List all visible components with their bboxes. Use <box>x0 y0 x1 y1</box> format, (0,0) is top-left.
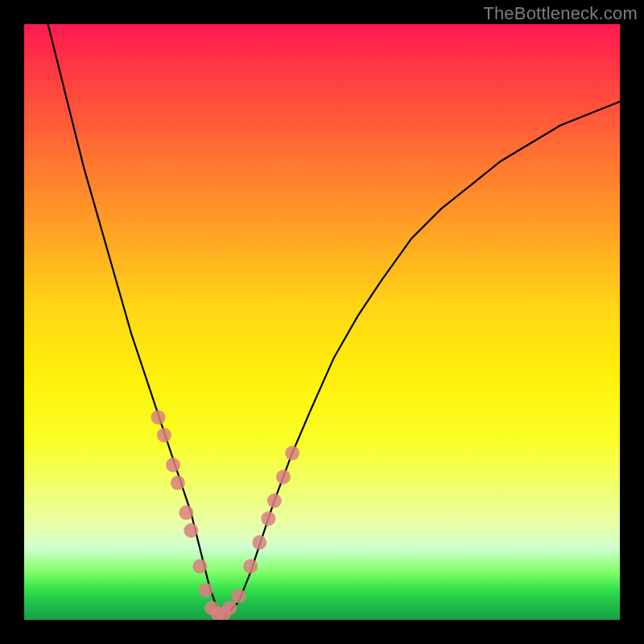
marker-dot <box>166 458 180 473</box>
marker-dot <box>252 535 266 550</box>
marker-dot <box>192 559 207 573</box>
plot-area <box>24 24 620 620</box>
marker-dot <box>157 428 171 443</box>
marker-dot <box>285 446 299 460</box>
marker-dot <box>222 601 237 615</box>
bottleneck-curve <box>48 24 620 614</box>
marker-points <box>151 410 300 620</box>
marker-dot <box>267 493 282 508</box>
marker-dot <box>276 469 291 484</box>
marker-dot <box>179 506 193 520</box>
marker-dot <box>231 588 246 603</box>
marker-dot <box>151 410 166 424</box>
marker-dot <box>243 559 258 573</box>
marker-dot <box>199 583 213 597</box>
marker-dot <box>184 523 198 538</box>
marker-dot <box>261 511 275 526</box>
chart-frame: TheBottleneck.com <box>0 0 644 644</box>
curve-layer <box>24 24 620 620</box>
watermark-text: TheBottleneck.com <box>483 3 638 24</box>
marker-dot <box>171 476 185 490</box>
